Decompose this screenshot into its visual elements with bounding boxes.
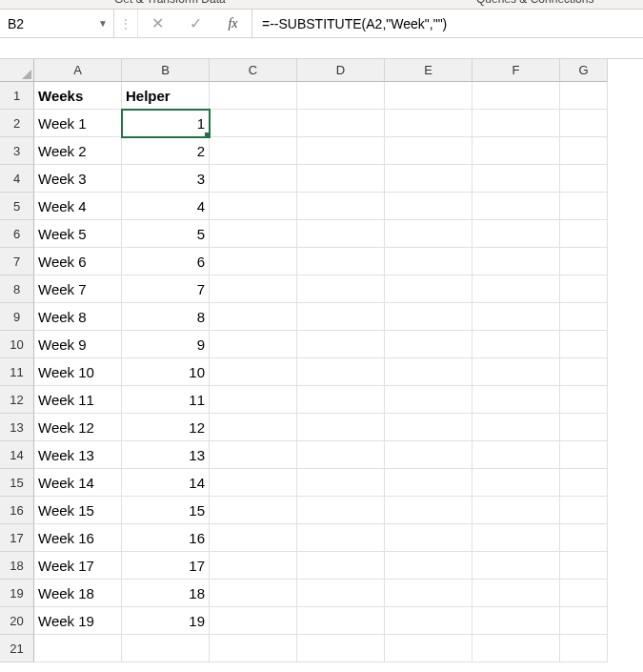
- cell[interactable]: [560, 358, 608, 386]
- cell[interactable]: Week 3: [34, 165, 122, 193]
- cell[interactable]: [297, 414, 385, 441]
- cell[interactable]: [560, 303, 608, 331]
- row-header[interactable]: 2: [0, 110, 34, 137]
- cell[interactable]: Week 15: [34, 497, 122, 524]
- cell[interactable]: [560, 580, 608, 607]
- row-header[interactable]: 12: [0, 386, 34, 414]
- row-header[interactable]: 16: [0, 497, 34, 524]
- cell[interactable]: Week 7: [34, 275, 122, 303]
- cell[interactable]: [560, 607, 608, 635]
- cell[interactable]: 3: [122, 165, 210, 193]
- cell[interactable]: 7: [122, 275, 210, 303]
- cell[interactable]: Weeks: [34, 82, 122, 110]
- cell[interactable]: Week 19: [34, 607, 122, 635]
- cell[interactable]: [385, 414, 472, 441]
- cell[interactable]: Helper: [122, 82, 210, 110]
- cell[interactable]: Week 12: [34, 414, 122, 441]
- cell[interactable]: 17: [122, 552, 210, 580]
- cell[interactable]: Week 1: [34, 110, 122, 137]
- cell[interactable]: 9: [122, 331, 210, 358]
- cell[interactable]: [560, 414, 608, 441]
- cell[interactable]: [385, 248, 472, 275]
- enter-icon[interactable]: ✓: [176, 10, 214, 37]
- cell[interactable]: [472, 193, 560, 220]
- cell[interactable]: [385, 552, 472, 580]
- cell[interactable]: [297, 497, 385, 524]
- cell[interactable]: [472, 635, 560, 662]
- cell[interactable]: [472, 275, 560, 303]
- cell[interactable]: [297, 165, 385, 193]
- cell[interactable]: [472, 303, 560, 331]
- row-header[interactable]: 15: [0, 469, 34, 497]
- cell[interactable]: [472, 137, 560, 165]
- cell[interactable]: Week 16: [34, 524, 122, 552]
- cell[interactable]: [385, 358, 472, 386]
- cell[interactable]: [472, 607, 560, 635]
- row-header[interactable]: 5: [0, 193, 34, 220]
- cell[interactable]: [210, 331, 297, 358]
- cell[interactable]: [210, 137, 297, 165]
- cell[interactable]: 10: [122, 358, 210, 386]
- cell[interactable]: [34, 635, 122, 662]
- cell[interactable]: [560, 110, 608, 137]
- cell[interactable]: 16: [122, 524, 210, 552]
- cell[interactable]: [297, 386, 385, 414]
- cell[interactable]: [385, 497, 472, 524]
- cell[interactable]: [560, 497, 608, 524]
- column-header[interactable]: A: [34, 59, 122, 82]
- fx-icon[interactable]: fx: [214, 10, 252, 37]
- row-header[interactable]: 8: [0, 275, 34, 303]
- cell[interactable]: [385, 110, 472, 137]
- cell[interactable]: [385, 303, 472, 331]
- cell[interactable]: [560, 635, 608, 662]
- cell[interactable]: [560, 524, 608, 552]
- cell[interactable]: [472, 469, 560, 497]
- cell[interactable]: [472, 524, 560, 552]
- cell[interactable]: [297, 110, 385, 137]
- column-header[interactable]: F: [472, 59, 560, 82]
- cell[interactable]: [560, 248, 608, 275]
- cell[interactable]: [297, 635, 385, 662]
- cell[interactable]: 15: [122, 497, 210, 524]
- cell[interactable]: [560, 137, 608, 165]
- cell[interactable]: [297, 82, 385, 110]
- column-header[interactable]: C: [210, 59, 297, 82]
- column-header[interactable]: E: [385, 59, 472, 82]
- cell[interactable]: [472, 497, 560, 524]
- cell[interactable]: [385, 469, 472, 497]
- cell[interactable]: [385, 137, 472, 165]
- cell[interactable]: 6: [122, 248, 210, 275]
- cell[interactable]: [560, 386, 608, 414]
- cell[interactable]: [297, 303, 385, 331]
- cell[interactable]: [472, 165, 560, 193]
- cell[interactable]: [472, 220, 560, 248]
- cell[interactable]: [560, 469, 608, 497]
- cell[interactable]: 19: [122, 607, 210, 635]
- cell[interactable]: [297, 441, 385, 469]
- row-header[interactable]: 17: [0, 524, 34, 552]
- cell[interactable]: [472, 386, 560, 414]
- formula-input[interactable]: [252, 10, 643, 37]
- cell[interactable]: [210, 303, 297, 331]
- cell[interactable]: [210, 386, 297, 414]
- cell[interactable]: [210, 607, 297, 635]
- row-header[interactable]: 6: [0, 220, 34, 248]
- cell[interactable]: [472, 441, 560, 469]
- cell[interactable]: Week 13: [34, 441, 122, 469]
- cell[interactable]: Week 6: [34, 248, 122, 275]
- cell[interactable]: [385, 441, 472, 469]
- cell[interactable]: [210, 110, 297, 137]
- cell[interactable]: [560, 331, 608, 358]
- cell[interactable]: 14: [122, 469, 210, 497]
- cell[interactable]: [210, 635, 297, 662]
- cell[interactable]: Week 18: [34, 580, 122, 607]
- column-header[interactable]: G: [560, 59, 608, 82]
- cell[interactable]: 11: [122, 386, 210, 414]
- cell[interactable]: [560, 193, 608, 220]
- row-header[interactable]: 9: [0, 303, 34, 331]
- spreadsheet-grid[interactable]: ABCDEFG1WeeksHelper2Week 113Week 224Week…: [0, 59, 643, 662]
- cell[interactable]: [472, 580, 560, 607]
- cell[interactable]: [297, 331, 385, 358]
- cell[interactable]: [385, 220, 472, 248]
- cell[interactable]: [560, 165, 608, 193]
